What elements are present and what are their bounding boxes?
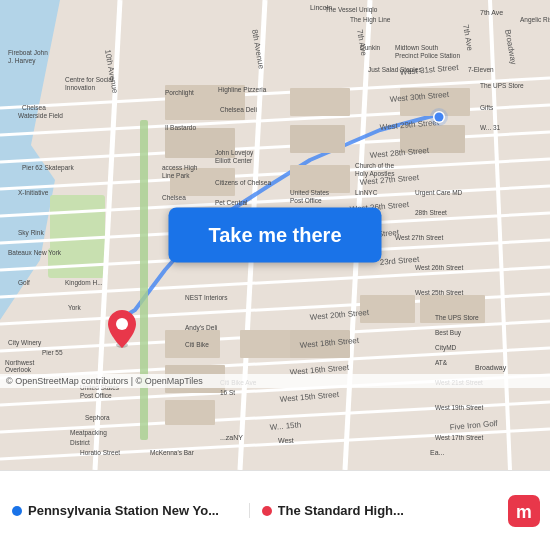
bottom-bar: Pennsylvania Station New Yo... The Stand… — [0, 470, 550, 550]
svg-text:West 27th Street: West 27th Street — [395, 234, 443, 241]
svg-text:City Winery: City Winery — [8, 339, 42, 347]
svg-text:West 26th Street: West 26th Street — [415, 264, 463, 271]
svg-rect-27 — [290, 88, 350, 116]
svg-text:X-Initiative: X-Initiative — [18, 189, 49, 196]
origin-section: Pennsylvania Station New Yo... — [0, 503, 250, 518]
svg-text:Andy's Deli: Andy's Deli — [185, 324, 217, 332]
svg-text:Horatio Street: Horatio Street — [80, 449, 120, 456]
svg-text:J. Harvey: J. Harvey — [8, 57, 36, 65]
svg-rect-23 — [140, 120, 148, 440]
svg-text:LinNYC: LinNYC — [355, 189, 378, 196]
svg-text:Pier 55: Pier 55 — [42, 349, 63, 356]
current-location-dot — [430, 108, 446, 124]
svg-text:Midtown South: Midtown South — [395, 44, 438, 51]
svg-text:Golf: Golf — [18, 279, 30, 286]
svg-text:Line Park: Line Park — [162, 172, 190, 179]
svg-text:West 19th Street: West 19th Street — [435, 404, 483, 411]
svg-text:Kingdom H...: Kingdom H... — [65, 279, 103, 287]
svg-text:Elliott Center: Elliott Center — [215, 157, 253, 164]
svg-text:Best Buy: Best Buy — [435, 329, 462, 337]
svg-rect-35 — [240, 330, 295, 358]
svg-text:16 St: 16 St — [220, 389, 235, 396]
svg-text:m: m — [516, 502, 532, 522]
map-attribution: © OpenStreetMap contributors | © OpenMap… — [0, 374, 550, 388]
moovit-logo: m — [498, 495, 550, 527]
svg-text:Broadway: Broadway — [475, 364, 507, 372]
svg-text:Chelsea: Chelsea — [22, 104, 46, 111]
svg-text:West 25th Street: West 25th Street — [415, 289, 463, 296]
svg-text:Holy Apostles: Holy Apostles — [355, 170, 395, 178]
svg-text:The UPS Store: The UPS Store — [435, 314, 479, 321]
destination-section: The Standard High... — [250, 503, 499, 518]
svg-text:Overlook: Overlook — [5, 366, 32, 373]
svg-text:Dunkin: Dunkin — [360, 44, 381, 51]
svg-text:John Lovejoy: John Lovejoy — [215, 149, 254, 157]
svg-text:access High: access High — [162, 164, 198, 172]
svg-text:Urgent Care MD: Urgent Care MD — [415, 189, 463, 197]
svg-text:Post Office: Post Office — [80, 392, 112, 399]
destination-pin — [108, 310, 136, 346]
svg-text:The High Line: The High Line — [350, 16, 391, 24]
svg-text:Pet Central: Pet Central — [215, 199, 248, 206]
destination-dot — [262, 506, 272, 516]
svg-text:Angelic Rise: Angelic Rise — [520, 16, 550, 24]
svg-text:AT&: AT& — [435, 359, 448, 366]
svg-text:United States: United States — [290, 189, 330, 196]
svg-text:Pier 62 Skatepark: Pier 62 Skatepark — [22, 164, 74, 172]
svg-text:7-Eleven: 7-Eleven — [468, 66, 494, 73]
svg-text:Ea...: Ea... — [430, 449, 444, 456]
svg-text:Lincoln: Lincoln — [310, 4, 332, 11]
svg-text:7th Ave: 7th Ave — [480, 9, 503, 16]
svg-text:The UPS Store: The UPS Store — [480, 82, 524, 89]
origin-name: Pennsylvania Station New Yo... — [28, 503, 219, 518]
svg-text:West 17th Street: West 17th Street — [435, 434, 483, 441]
map-container: West 31st Street West 30th Street West 2… — [0, 0, 550, 470]
svg-point-136 — [435, 113, 444, 122]
svg-text:Post Office: Post Office — [290, 197, 322, 204]
svg-text:CityMD: CityMD — [435, 344, 457, 352]
svg-text:Staples: Staples — [400, 66, 422, 74]
svg-text:Citi Bike: Citi Bike — [185, 341, 209, 348]
svg-text:Centre for Social: Centre for Social — [65, 76, 114, 83]
svg-text:Citizens of Chelsea: Citizens of Chelsea — [215, 179, 271, 186]
svg-text:W... 31: W... 31 — [480, 124, 501, 131]
svg-text:28th Street: 28th Street — [415, 209, 447, 216]
svg-point-138 — [116, 318, 128, 330]
svg-text:...zaNY: ...zaNY — [220, 434, 243, 441]
svg-text:Chelsea: Chelsea — [162, 194, 186, 201]
svg-rect-28 — [290, 125, 345, 153]
svg-text:Waterside Field: Waterside Field — [18, 112, 63, 119]
svg-text:Northwest: Northwest — [5, 359, 34, 366]
svg-text:Bateaux New York: Bateaux New York — [8, 249, 62, 256]
moovit-icon: m — [508, 495, 540, 527]
svg-text:Gifts: Gifts — [480, 104, 494, 111]
svg-rect-34 — [165, 400, 215, 425]
svg-text:Just Salad: Just Salad — [368, 66, 399, 73]
svg-text:Porchlight: Porchlight — [165, 89, 194, 97]
svg-text:West: West — [278, 437, 294, 444]
origin-dot — [12, 506, 22, 516]
svg-text:York: York — [68, 304, 82, 311]
svg-text:District: District — [70, 439, 90, 446]
take-me-there-button[interactable]: Take me there — [168, 208, 381, 263]
svg-rect-3 — [50, 195, 105, 250]
svg-text:Highline Pizzeria: Highline Pizzeria — [218, 86, 267, 94]
svg-text:Church of the: Church of the — [355, 162, 394, 169]
svg-text:Sephora: Sephora — [85, 414, 110, 422]
svg-text:Fireboat John: Fireboat John — [8, 49, 48, 56]
svg-text:McKenna's Bar: McKenna's Bar — [150, 449, 195, 456]
svg-text:Sky Rink: Sky Rink — [18, 229, 44, 237]
svg-text:Precinct Police Station: Precinct Police Station — [395, 52, 460, 59]
svg-text:NEST Interiors: NEST Interiors — [185, 294, 228, 301]
svg-text:Chelsea Deli: Chelsea Deli — [220, 106, 257, 113]
svg-text:Il Bastardo: Il Bastardo — [165, 124, 196, 131]
svg-text:Innovation: Innovation — [65, 84, 95, 91]
svg-text:Meatpacking: Meatpacking — [70, 429, 107, 437]
destination-name: The Standard High... — [278, 503, 404, 518]
svg-text:The Vessel Uniqlo: The Vessel Uniqlo — [325, 6, 378, 14]
